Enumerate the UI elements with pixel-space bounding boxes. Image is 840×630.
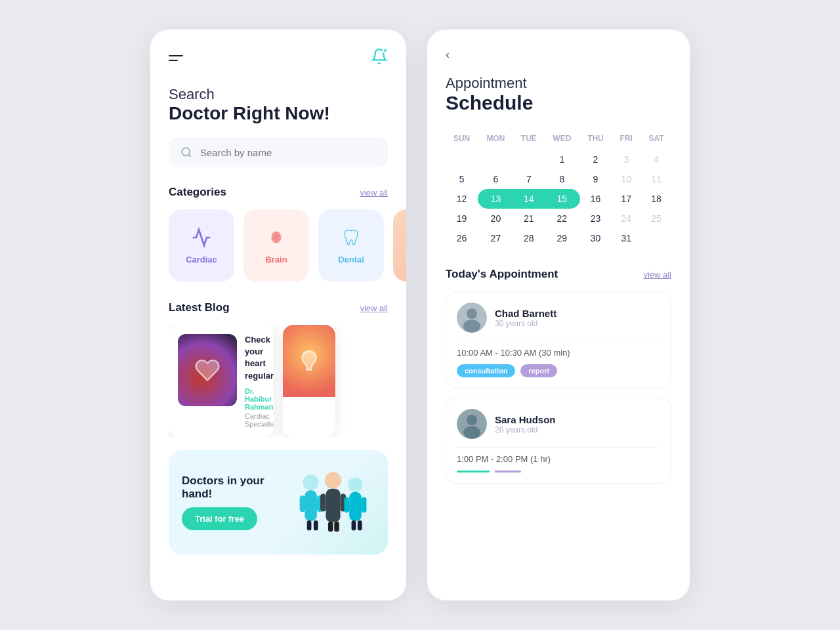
categories-list: Cardiac Brain Dental (169, 209, 388, 282)
cal-day-3-3[interactable]: 22 (544, 209, 579, 228)
svg-rect-17 (344, 497, 349, 513)
cal-day-0-6[interactable]: 4 (641, 150, 671, 169)
cal-day-2-3[interactable]: 15 (544, 189, 579, 209)
cal-week-2: 12131415161718 (446, 189, 671, 209)
appt-tags-1: consultation report (457, 364, 660, 377)
cal-day-4-1[interactable]: 27 (478, 228, 513, 248)
cal-day-2-1[interactable]: 13 (478, 189, 513, 209)
appt-time-2: 1:00 PM - 2:00 PM (1 hr) (457, 454, 660, 464)
promo-title: Doctors in your hand! (182, 474, 280, 501)
cal-day-1-2[interactable]: 7 (514, 169, 545, 189)
svg-rect-10 (326, 488, 340, 522)
blog-card-1[interactable]: Check your heart regularly. Dr. Habibur … (169, 325, 274, 437)
svg-point-15 (348, 478, 362, 492)
cal-day-1-0[interactable]: 5 (446, 169, 478, 189)
categories-view-all[interactable]: view all (360, 188, 388, 198)
day-mon: MON (478, 130, 513, 150)
cal-day-0-0 (446, 150, 478, 169)
blog-image-1 (178, 334, 237, 406)
tag-report: report (520, 364, 557, 377)
cardiac-icon (191, 227, 212, 248)
cal-day-3-1[interactable]: 20 (478, 209, 513, 228)
category-dental[interactable]: Dental (318, 209, 384, 282)
doctors-illustration (280, 465, 375, 540)
svg-point-22 (467, 308, 477, 319)
cal-day-3-5[interactable]: 24 (611, 209, 641, 228)
cal-week-1: 567891011 (446, 169, 671, 189)
dental-label: Dental (338, 255, 364, 264)
svg-rect-14 (334, 522, 339, 532)
trial-button[interactable]: Trial for free (182, 507, 257, 530)
svg-rect-18 (362, 497, 367, 513)
cal-day-1-4[interactable]: 9 (580, 169, 612, 189)
day-thu: THU (580, 130, 612, 150)
categories-header: Categories view all (169, 186, 388, 199)
cal-day-4-4[interactable]: 30 (580, 228, 612, 248)
category-cardiac[interactable]: Cardiac (169, 209, 234, 282)
cal-day-1-3[interactable]: 8 (544, 169, 579, 189)
cal-day-1-5[interactable]: 10 (611, 169, 641, 189)
cal-week-4: 262728293031 (446, 228, 671, 248)
search-input[interactable] (200, 147, 376, 158)
cal-day-2-0[interactable]: 12 (446, 189, 478, 209)
cal-day-3-0[interactable]: 19 (446, 209, 478, 228)
notification-button[interactable] (371, 48, 388, 68)
blog-view-all[interactable]: view all (360, 303, 388, 313)
appointment-card-2: Sara Hudson 26 years old 1:00 PM - 2:00 … (446, 398, 671, 484)
cal-day-0-4[interactable]: 2 (580, 150, 612, 169)
appt-time-1: 10:00 AM - 10:30 AM (30 min) (457, 348, 660, 358)
cal-day-2-6[interactable]: 18 (641, 189, 671, 209)
cal-day-4-3[interactable]: 29 (544, 228, 579, 248)
appointment-card-1: Chad Barnett 30 years old 10:00 AM - 10:… (446, 291, 671, 388)
cal-day-1-1[interactable]: 6 (478, 169, 513, 189)
cal-day-2-4[interactable]: 16 (580, 189, 612, 209)
cal-day-4-5[interactable]: 31 (611, 228, 641, 248)
search-icon (180, 146, 192, 158)
today-view-all[interactable]: view all (643, 270, 671, 280)
cal-week-3: 19202122232425 (446, 209, 671, 228)
blog-title-1: Check your heart regularly. (245, 334, 274, 382)
appointment-title: Appointment Schedule (446, 75, 671, 114)
search-main-title: Doctor Right Now! (169, 103, 388, 124)
category-brain[interactable]: Brain (243, 209, 309, 282)
chad-avatar (457, 303, 487, 333)
svg-point-9 (325, 472, 341, 488)
cal-day-3-2[interactable]: 21 (514, 209, 545, 228)
svg-rect-19 (351, 520, 356, 530)
cal-day-0-3[interactable]: 1 (544, 150, 579, 169)
cal-day-4-2[interactable]: 28 (514, 228, 545, 248)
sara-avatar (457, 409, 487, 439)
blog-header: Latest Blog view all (169, 301, 388, 314)
avatar-chad (457, 303, 487, 333)
menu-icon[interactable] (169, 55, 183, 61)
appt-main-title: Schedule (446, 92, 671, 114)
cal-day-3-4[interactable]: 23 (580, 209, 612, 228)
svg-line-1 (188, 154, 190, 156)
category-extra[interactable] (393, 209, 406, 282)
left-panel: Search Doctor Right Now! Categories view… (150, 30, 406, 600)
back-button[interactable]: ‹ (446, 48, 450, 62)
search-bar[interactable] (169, 137, 388, 167)
cal-day-2-5[interactable]: 17 (611, 189, 641, 209)
patient-name-1: Chad Barnett (495, 308, 556, 319)
promo-text: Doctors in your hand! Trial for free (182, 474, 280, 530)
blog-label: Latest Blog (169, 301, 230, 314)
day-sat: SAT (641, 130, 671, 150)
blog-author-1: Dr. Habibur Rahman (245, 387, 274, 411)
cal-day-2-2[interactable]: 14 (514, 189, 545, 209)
cal-day-1-6[interactable]: 11 (641, 169, 671, 189)
calendar: SUN MON TUE WED THU FRI SAT 123456789101… (446, 130, 671, 248)
blog-specialty-1: Cardiac Specialist (245, 412, 274, 428)
top-bar (169, 48, 388, 68)
blog-card-2[interactable] (283, 325, 335, 437)
cal-day-4-0[interactable]: 26 (446, 228, 478, 248)
patient-name-2: Sara Hudson (495, 414, 556, 425)
calendar-grid: SUN MON TUE WED THU FRI SAT 123456789101… (446, 130, 671, 248)
search-subtitle: Search (169, 86, 388, 103)
bar-purple (495, 471, 521, 472)
notification-dot (383, 48, 388, 53)
cal-week-0: 1234 (446, 150, 671, 169)
cal-day-0-5[interactable]: 3 (611, 150, 641, 169)
svg-rect-4 (304, 490, 317, 521)
cal-day-3-6[interactable]: 25 (641, 209, 671, 228)
